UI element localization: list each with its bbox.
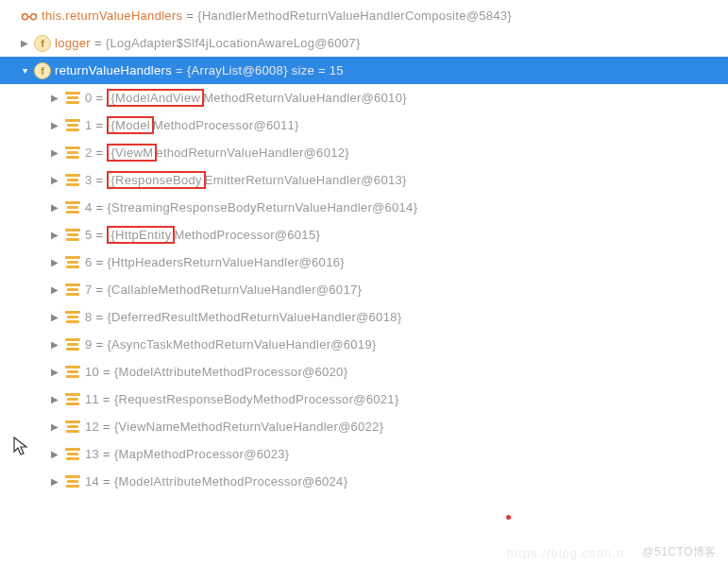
expand-arrow-icon[interactable]: ▶ — [47, 230, 62, 240]
var-value: EmitterReturnValueHandler@6013} — [205, 173, 407, 187]
array-index: 11 — [85, 392, 99, 406]
array-index: 0 — [85, 91, 93, 105]
array-element-icon — [64, 309, 81, 326]
var-value: {AsyncTaskMethodReturnValueHandler@6019} — [107, 337, 376, 352]
tree-row-item-0[interactable]: ▶0 = {ModelAndViewMethodReturnValueHandl… — [0, 84, 728, 111]
expand-arrow-icon[interactable]: ▶ — [47, 202, 62, 213]
tree-row-item-1[interactable]: ▶1 = {ModelMethodProcessor@6011} — [0, 111, 728, 139]
var-value: MethodProcessor@6015} — [174, 228, 320, 242]
watch-glasses-icon — [21, 8, 38, 25]
expand-arrow-icon[interactable]: ▶ — [47, 120, 62, 130]
tree-label: 0 = {ModelAndViewMethodReturnValueHandle… — [85, 89, 407, 107]
var-value: {ViewNameMethodReturnValueHandler@6022} — [114, 420, 383, 434]
highlighted-value-part: {Model — [107, 116, 154, 134]
equals: = — [186, 9, 194, 23]
expand-arrow-icon[interactable]: ▶ — [47, 476, 62, 487]
tree-row-item-2[interactable]: ▶2 = {ViewMethodReturnValueHandler@6012} — [0, 139, 728, 166]
array-element-icon — [64, 473, 81, 490]
var-value: {LogAdapter$Slf4jLocationAwareLog@6007} — [106, 36, 361, 50]
equals: = — [96, 283, 104, 297]
array-index: 13 — [85, 447, 99, 461]
var-value: {ModelAttributeMethodProcessor@6024} — [114, 474, 347, 489]
equals: = — [103, 474, 110, 489]
tree-label: 7 = {CallableMethodReturnValueHandler@60… — [85, 283, 362, 297]
tree-row-logger[interactable]: ▶ f logger = {LogAdapter$Slf4jLocationAw… — [0, 29, 728, 57]
var-name: logger — [55, 36, 91, 50]
expand-arrow-icon[interactable]: ▶ — [47, 93, 62, 103]
var-value: {MapMethodProcessor@6023} — [114, 447, 289, 461]
tree-label: 13 = {MapMethodProcessor@6023} — [85, 447, 289, 461]
expand-arrow-icon[interactable]: ▶ — [47, 175, 62, 185]
tree-row-item-8[interactable]: ▶8 = {DeferredResultMethodReturnValueHan… — [0, 303, 728, 331]
array-element-icon — [64, 90, 81, 107]
highlighted-value-part: {ViewM — [107, 144, 157, 162]
tree-label: 12 = {ViewNameMethodReturnValueHandler@6… — [85, 420, 383, 434]
array-element-icon — [64, 117, 81, 134]
tree-label: 4 = {StreamingResponseBodyReturnValueHan… — [85, 200, 417, 214]
field-icon: f — [34, 62, 51, 79]
tree-row-item-5[interactable]: ▶5 = {HttpEntityMethodProcessor@6015} — [0, 221, 728, 249]
array-element-icon — [64, 145, 81, 162]
var-value: ethodReturnValueHandler@6012} — [156, 146, 349, 160]
array-element-icon — [64, 419, 81, 436]
array-element-icon — [64, 282, 81, 299]
array-element-icon — [64, 227, 81, 244]
tree-row-item-14[interactable]: ▶14 = {ModelAttributeMethodProcessor@602… — [0, 468, 728, 495]
tree-row-item-6[interactable]: ▶6 = {HttpHeadersReturnValueHandler@6016… — [0, 249, 728, 276]
collapse-arrow-icon[interactable]: ▾ — [17, 65, 32, 76]
expand-arrow-icon[interactable]: ▶ — [47, 257, 62, 267]
array-element-icon — [64, 254, 81, 271]
var-name: this. — [42, 9, 65, 23]
equals: = — [96, 228, 104, 242]
array-index: 14 — [85, 474, 99, 489]
tree-label: logger = {LogAdapter$Slf4jLocationAwareL… — [55, 36, 361, 50]
highlighted-value-part: {ModelAndView — [107, 89, 204, 107]
var-value: {RequestResponseBodyMethodProcessor@6021… — [114, 392, 399, 406]
equals: = — [103, 447, 110, 461]
highlighted-value-part: {ResponseBody — [107, 171, 205, 189]
tree-row-item-3[interactable]: ▶3 = {ResponseBodyEmitterReturnValueHand… — [0, 166, 728, 194]
equals: = — [103, 420, 110, 434]
array-element-icon — [64, 336, 81, 353]
tree-row-item-11[interactable]: ▶11 = {RequestResponseBodyMethodProcesso… — [0, 386, 728, 413]
tree-row-this-returnValueHandlers[interactable]: this.returnValueHandlers = {HandlerMetho… — [0, 2, 728, 29]
expand-arrow-icon[interactable]: ▶ — [17, 38, 32, 48]
tree-row-item-13[interactable]: ▶13 = {MapMethodProcessor@6023} — [0, 440, 728, 468]
expand-arrow-icon[interactable]: ▶ — [47, 312, 62, 322]
tree-row-returnValueHandlers[interactable]: ▾ f returnValueHandlers = {ArrayList@600… — [0, 57, 728, 84]
var-value: {HandlerMethodReturnValueHandlerComposit… — [197, 9, 512, 23]
equals: = — [96, 146, 104, 160]
array-index: 7 — [85, 283, 93, 297]
expand-arrow-icon[interactable]: ▶ — [47, 394, 62, 404]
var-value: {DeferredResultMethodReturnValueHandler@… — [107, 310, 401, 324]
array-index: 2 — [85, 146, 93, 160]
equals: = — [96, 173, 104, 187]
tree-label: 10 = {ModelAttributeMethodProcessor@6020… — [85, 365, 347, 379]
highlighted-value-part: {HttpEntity — [107, 226, 175, 244]
equals: = — [96, 91, 104, 105]
expand-arrow-icon[interactable]: ▶ — [47, 367, 62, 377]
tree-label: 2 = {ViewMethodReturnValueHandler@6012} — [85, 144, 349, 162]
expand-arrow-icon[interactable]: ▶ — [47, 284, 62, 295]
expand-arrow-icon[interactable]: ▶ — [47, 421, 62, 432]
tree-row-item-10[interactable]: ▶10 = {ModelAttributeMethodProcessor@602… — [0, 358, 728, 386]
expand-arrow-icon[interactable]: ▶ — [47, 339, 62, 350]
array-index: 1 — [85, 118, 93, 132]
tree-label: returnValueHandlers = {ArrayList@6008} s… — [55, 63, 344, 77]
var-value: {StreamingResponseBodyReturnValueHandler… — [107, 200, 417, 214]
tree-row-item-12[interactable]: ▶12 = {ViewNameMethodReturnValueHandler@… — [0, 413, 728, 440]
expand-arrow-icon[interactable]: ▶ — [47, 449, 62, 459]
debug-variables-tree: this.returnValueHandlers = {HandlerMetho… — [0, 0, 728, 497]
array-element-icon — [64, 446, 81, 463]
tree-row-item-7[interactable]: ▶7 = {CallableMethodReturnValueHandler@6… — [0, 276, 728, 303]
array-index: 3 — [85, 173, 93, 187]
expand-arrow-icon[interactable]: ▶ — [47, 147, 62, 158]
tree-items-container: ▶0 = {ModelAndViewMethodReturnValueHandl… — [0, 84, 728, 495]
tree-label: 11 = {RequestResponseBodyMethodProcessor… — [85, 392, 399, 406]
tree-row-item-4[interactable]: ▶4 = {StreamingResponseBodyReturnValueHa… — [0, 194, 728, 221]
array-element-icon — [64, 199, 81, 216]
tree-row-item-9[interactable]: ▶9 = {AsyncTaskMethodReturnValueHandler@… — [0, 331, 728, 358]
equals: = — [176, 63, 183, 77]
var-value: {CallableMethodReturnValueHandler@6017} — [107, 283, 362, 297]
equals: = — [96, 337, 104, 352]
